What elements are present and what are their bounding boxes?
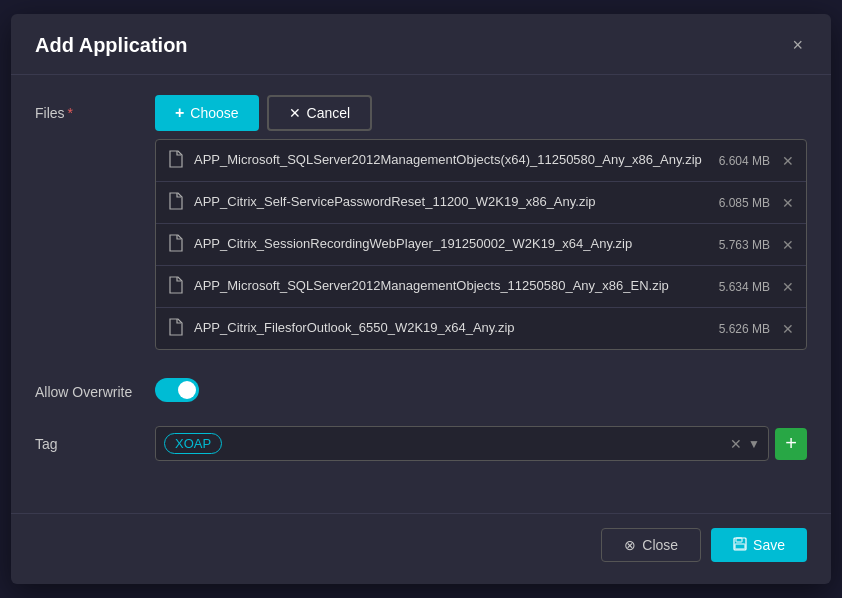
files-label: Files* (35, 95, 155, 121)
file-name: APP_Microsoft_SQLServer2012ManagementObj… (194, 277, 703, 295)
file-size: 5.634 MB (719, 280, 770, 294)
allow-overwrite-label: Allow Overwrite (35, 374, 155, 400)
tag-label: Tag (35, 426, 155, 452)
table-row: APP_Citrix_FilesforOutlook_6550_W2K19_x6… (156, 308, 806, 349)
file-remove-button[interactable]: ✕ (782, 322, 794, 336)
choose-button[interactable]: + Choose (155, 95, 259, 131)
allow-overwrite-row: Allow Overwrite (35, 374, 807, 402)
file-list: APP_Microsoft_SQLServer2012ManagementObj… (155, 139, 807, 350)
file-icon (168, 192, 184, 213)
cancel-upload-button[interactable]: ✕ Cancel (267, 95, 373, 131)
file-icon (168, 150, 184, 171)
close-circle-icon: ⊗ (624, 537, 636, 553)
x-icon: ✕ (289, 105, 301, 121)
file-name: APP_Citrix_FilesforOutlook_6550_W2K19_x6… (194, 319, 703, 337)
plus-icon: + (175, 104, 184, 122)
dialog-title: Add Application (35, 34, 188, 57)
tag-clear-button[interactable]: ✕ (730, 436, 742, 452)
file-icon (168, 318, 184, 339)
save-button[interactable]: Save (711, 528, 807, 562)
dialog-footer: ⊗ Close Save (11, 513, 831, 576)
allow-overwrite-content (155, 374, 807, 402)
tag-add-button[interactable]: + (775, 428, 807, 460)
tag-field: XOAP ✕ ▼ (155, 426, 769, 461)
file-icon (168, 276, 184, 297)
table-row: APP_Citrix_Self-ServicePasswordReset_112… (156, 182, 806, 224)
tag-badge: XOAP (164, 433, 222, 454)
dialog-close-button[interactable]: × (788, 32, 807, 58)
table-row: APP_Citrix_SessionRecordingWebPlayer_191… (156, 224, 806, 266)
dialog-header: Add Application × (11, 14, 831, 75)
file-name: APP_Microsoft_SQLServer2012ManagementObj… (194, 151, 703, 169)
file-remove-button[interactable]: ✕ (782, 154, 794, 168)
file-remove-button[interactable]: ✕ (782, 196, 794, 210)
tag-input-wrapper: XOAP ✕ ▼ (155, 426, 769, 461)
files-row: Files* + Choose ✕ Cancel (35, 95, 807, 350)
dialog-body: Files* + Choose ✕ Cancel (11, 75, 831, 505)
file-remove-button[interactable]: ✕ (782, 238, 794, 252)
file-name: APP_Citrix_Self-ServicePasswordReset_112… (194, 193, 703, 211)
file-actions: + Choose ✕ Cancel (155, 95, 807, 131)
table-row: APP_Microsoft_SQLServer2012ManagementObj… (156, 266, 806, 308)
file-icon (168, 234, 184, 255)
file-name: APP_Citrix_SessionRecordingWebPlayer_191… (194, 235, 703, 253)
tag-content: XOAP ✕ ▼ + (155, 426, 807, 461)
tag-input[interactable] (228, 436, 724, 451)
required-indicator: * (68, 105, 73, 121)
add-application-dialog: Add Application × Files* + Choose ✕ Canc… (11, 14, 831, 584)
svg-rect-2 (735, 544, 745, 549)
tag-row: Tag XOAP ✕ ▼ + (35, 426, 807, 461)
file-size: 5.626 MB (719, 322, 770, 336)
file-size: 6.085 MB (719, 196, 770, 210)
toggle-knob (178, 381, 196, 399)
save-icon (733, 537, 747, 554)
file-remove-button[interactable]: ✕ (782, 280, 794, 294)
files-content: + Choose ✕ Cancel APP_Microsoft_SQLServe… (155, 95, 807, 350)
close-button[interactable]: ⊗ Close (601, 528, 701, 562)
tag-chevron-button[interactable]: ▼ (748, 437, 760, 451)
allow-overwrite-toggle[interactable] (155, 378, 199, 402)
file-size: 5.763 MB (719, 238, 770, 252)
file-size: 6.604 MB (719, 154, 770, 168)
table-row: APP_Microsoft_SQLServer2012ManagementObj… (156, 140, 806, 182)
